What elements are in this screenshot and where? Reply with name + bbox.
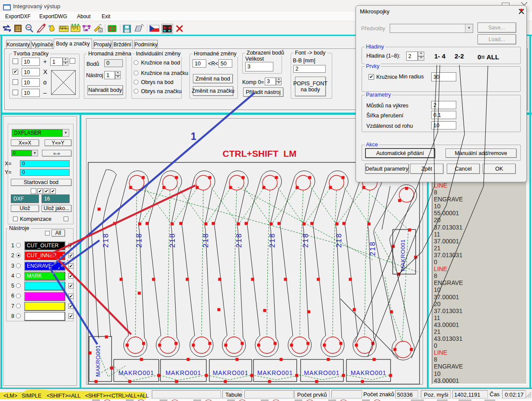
svg-text:218: 218 — [135, 233, 143, 248]
svg-text:218: 218 — [369, 241, 377, 256]
svg-text:218: 218 — [335, 233, 343, 248]
svg-text:MAKRO001: MAKRO001 — [213, 369, 249, 376]
svg-text:CTRL+SHIFT LM: CTRL+SHIFT LM — [223, 149, 297, 158]
svg-text:1: 1 — [191, 131, 196, 142]
svg-text:MAKRO001: MAKRO001 — [257, 369, 293, 376]
svg-text:218: 218 — [168, 233, 176, 248]
svg-text:MAKRO001: MAKRO001 — [400, 239, 406, 271]
svg-text:MAKRO001: MAKRO001 — [166, 369, 202, 376]
svg-text:MAKRO001: MAKRO001 — [351, 369, 387, 376]
svg-text:218: 218 — [235, 233, 243, 248]
svg-text:218: 218 — [301, 233, 310, 248]
svg-text:MAKRO001: MAKRO001 — [95, 345, 101, 377]
svg-text:218: 218 — [268, 233, 276, 248]
svg-text:218: 218 — [202, 233, 210, 248]
svg-text:MAKRO001: MAKRO001 — [304, 369, 340, 376]
svg-text:218: 218 — [102, 233, 110, 248]
